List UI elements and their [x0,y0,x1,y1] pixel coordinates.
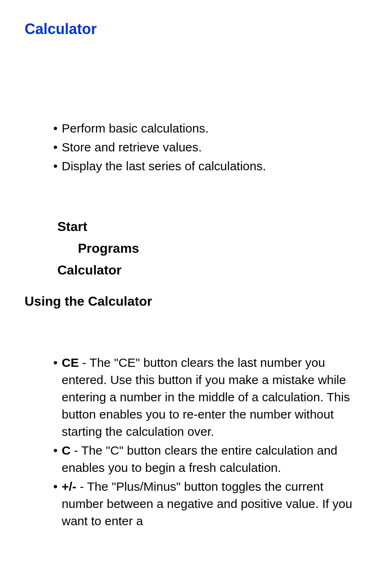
button-text: - The "Plus/Minus" button toggles the cu… [62,480,352,528]
section-heading: Calculator [25,21,366,38]
bullet-icon: • [53,478,58,530]
bullet-icon: • [53,354,58,440]
features-list: • Perform basic calculations. • Store an… [53,120,366,175]
nav-step-calculator: Calculator [57,259,366,281]
navigation-path: Start Programs Calculator [57,216,366,281]
list-item: • Store and retrieve values. [53,139,366,156]
list-item: • CE - The "CE" button clears the last n… [53,354,366,440]
button-text: - The "CE" button clears the last number… [62,356,350,438]
button-label-plusminus: +/- [62,480,77,493]
subsection-heading: Using the Calculator [25,294,366,309]
button-description: +/- - The "Plus/Minus" button toggles th… [62,478,366,530]
list-item: • Perform basic calculations. [53,120,366,137]
nav-step-start: Start [57,216,366,238]
list-item: • C - The "C" button clears the entire c… [53,442,366,476]
nav-step-programs: Programs [78,238,366,259]
bullet-icon: • [53,139,58,156]
button-label-ce: CE [62,356,79,369]
feature-text: Display the last series of calculations. [62,158,266,175]
bullet-icon: • [53,158,58,175]
bullet-icon: • [53,442,58,476]
button-text: - The "C" button clears the entire calcu… [62,444,338,474]
bullet-icon: • [53,120,58,137]
buttons-description-list: • CE - The "CE" button clears the last n… [53,354,366,530]
feature-text: Perform basic calculations. [62,120,209,137]
button-description: CE - The "CE" button clears the last num… [62,354,366,440]
button-label-c: C [62,444,71,457]
list-item: • Display the last series of calculation… [53,158,366,175]
list-item: • +/- - The "Plus/Minus" button toggles … [53,478,366,530]
feature-text: Store and retrieve values. [62,139,202,156]
button-description: C - The "C" button clears the entire cal… [62,442,366,476]
